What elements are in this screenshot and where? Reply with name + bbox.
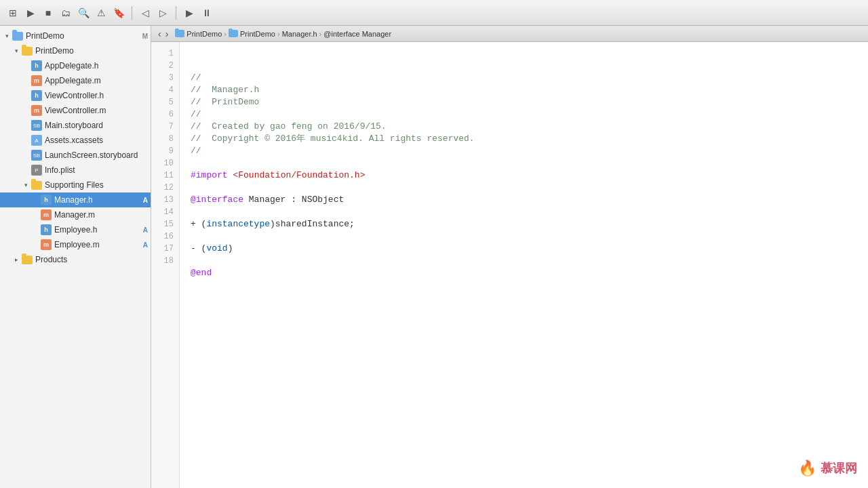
sidebar-label-printdemo-root: PrintDemo xyxy=(26,31,142,41)
code-content[interactable]: //// Manager.h// PrintDemo//// Created b… xyxy=(180,42,868,488)
sidebar-item-printdemo-group[interactable]: PrintDemo xyxy=(0,43,151,58)
line-number-5: 5 xyxy=(151,96,174,108)
folder-icon-supporting-files xyxy=(31,181,42,190)
code-line-2: // Manager.h xyxy=(191,84,857,96)
line-number-7: 7 xyxy=(151,121,174,133)
sidebar-item-products[interactable]: Products xyxy=(0,252,151,267)
code-line-9: #import <Foundation/Foundation.h> xyxy=(191,169,857,182)
sidebar-item-main-storyboard[interactable]: SBMain.storyboard xyxy=(0,118,151,133)
code-line-10 xyxy=(191,182,857,194)
code-line-1: // xyxy=(191,72,857,84)
tree-arrow-info-plist[interactable] xyxy=(22,166,30,174)
breadcrumb-item-manager-h[interactable]: Manager.h xyxy=(282,30,317,38)
watermark: 🔥 慕课网 xyxy=(798,460,857,477)
sidebar-label-info-plist: Info.plist xyxy=(45,165,148,175)
line-number-18: 18 xyxy=(151,255,174,267)
tree-arrow-manager-m[interactable] xyxy=(31,211,39,219)
breadcrumb-item-printdemo-group[interactable]: PrintDemo xyxy=(229,30,275,38)
line-number-17: 17 xyxy=(151,243,174,255)
sidebar-item-assets-xcassets[interactable]: AAssets.xcassets xyxy=(0,133,151,148)
tree-arrow-main-storyboard[interactable] xyxy=(22,121,30,129)
toolbar-icon-stop[interactable]: ■ xyxy=(41,5,56,20)
toolbar-icon-bookmark[interactable]: 🔖 xyxy=(111,5,126,20)
tree-arrow-printdemo-group[interactable] xyxy=(12,47,20,55)
code-container: 123456789101112131415161718 //// Manager… xyxy=(151,42,868,488)
breadcrumb-folder-icon-2 xyxy=(229,30,238,37)
tree-arrow-viewcontroller-m[interactable] xyxy=(22,106,30,115)
folder-icon-products xyxy=(22,256,33,264)
tree-arrow-manager-h[interactable] xyxy=(31,196,39,204)
line-number-14: 14 xyxy=(151,206,174,218)
breadcrumb-sep-2: › xyxy=(277,30,280,38)
sidebar-label-launchscreen-storyboard: LaunchScreen.storyboard xyxy=(45,150,148,160)
tree-arrow-viewcontroller-h[interactable] xyxy=(22,92,30,100)
breadcrumb-back-button[interactable]: ‹ xyxy=(157,28,163,39)
tree-arrow-employee-h[interactable] xyxy=(31,226,39,234)
tree-arrow-appdelegate-h[interactable] xyxy=(22,62,30,70)
line-number-9: 9 xyxy=(151,145,174,157)
sidebar-label-products: Products xyxy=(35,255,148,264)
toolbar-icon-run[interactable]: ▶ xyxy=(23,5,38,20)
file-icon-manager-h: h xyxy=(41,195,52,205)
code-line-18 xyxy=(191,279,857,291)
line-number-3: 3 xyxy=(151,72,174,84)
toolbar-icon-grid[interactable]: ⊞ xyxy=(5,5,20,20)
sidebar-item-viewcontroller-h[interactable]: hViewController.h xyxy=(0,88,151,103)
tree-arrow-appdelegate-m[interactable] xyxy=(22,77,30,85)
sidebar-item-launchscreen-storyboard[interactable]: SBLaunchScreen.storyboard xyxy=(0,148,151,163)
tree-arrow-supporting-files[interactable] xyxy=(22,181,30,189)
file-icon-employee-h: h xyxy=(41,224,52,235)
breadcrumb-folder-icon xyxy=(175,30,184,37)
sidebar-item-printdemo-root[interactable]: PrintDemoM xyxy=(0,28,151,43)
badge-employee-h: A xyxy=(143,226,148,234)
sidebar-item-viewcontroller-m[interactable]: mViewController.m xyxy=(0,103,151,118)
tree-arrow-assets-xcassets[interactable] xyxy=(22,136,30,144)
sidebar-item-supporting-files[interactable]: Supporting Files xyxy=(0,178,151,192)
file-icon-manager-m: m xyxy=(41,209,52,220)
tree-arrow-printdemo-root[interactable] xyxy=(3,32,11,40)
sidebar-item-manager-m[interactable]: mManager.m xyxy=(0,207,151,222)
sidebar-label-manager-h: Manager.h xyxy=(54,195,143,205)
line-number-12: 12 xyxy=(151,182,174,194)
tree-arrow-products[interactable] xyxy=(12,256,20,264)
sidebar-label-employee-h: Employee.h xyxy=(54,225,143,235)
tree-arrow-launchscreen-storyboard[interactable] xyxy=(22,151,30,159)
tree-arrow-employee-m[interactable] xyxy=(31,241,39,249)
toolbar-icon-back[interactable]: ◁ xyxy=(138,5,153,20)
sidebar-item-appdelegate-m[interactable]: mAppDelegate.m xyxy=(0,73,151,88)
breadcrumb-forward-button[interactable]: › xyxy=(164,28,170,39)
toolbar-icon-forward[interactable]: ▷ xyxy=(155,5,170,20)
file-icon-main-storyboard: SB xyxy=(31,120,42,131)
line-number-16: 16 xyxy=(151,230,174,243)
breadcrumb-item-printdemo-root[interactable]: PrintDemo xyxy=(175,30,222,38)
code-line-17: @end xyxy=(191,267,857,279)
sidebar-item-employee-h[interactable]: hEmployee.hA xyxy=(0,222,151,237)
toolbar-sep-2 xyxy=(176,6,176,20)
sidebar-label-printdemo-group: PrintDemo xyxy=(35,46,148,56)
watermark-text: 慕课网 xyxy=(821,460,857,476)
toolbar-icon-play[interactable]: ▶ xyxy=(182,5,197,20)
sidebar-item-employee-m[interactable]: mEmployee.mA xyxy=(0,237,151,252)
sidebar-label-viewcontroller-h: ViewController.h xyxy=(45,91,148,100)
editor-area[interactable]: 123456789101112131415161718 //// Manager… xyxy=(151,42,868,488)
sidebar-label-appdelegate-m: AppDelegate.m xyxy=(45,76,148,85)
toolbar-icon-search[interactable]: 🔍 xyxy=(76,5,91,20)
line-number-11: 11 xyxy=(151,169,174,182)
file-icon-assets-xcassets: A xyxy=(31,135,42,146)
breadcrumb-item-interface-manager[interactable]: @interface Manager xyxy=(323,30,391,38)
sidebar-item-appdelegate-h[interactable]: hAppDelegate.h xyxy=(0,58,151,73)
sidebar-item-manager-h[interactable]: hManager.hA xyxy=(0,192,151,207)
code-line-16 xyxy=(191,255,857,267)
toolbar-sep-1 xyxy=(132,6,132,20)
line-number-4: 4 xyxy=(151,84,174,96)
code-line-12 xyxy=(191,206,857,218)
sidebar-label-assets-xcassets: Assets.xcassets xyxy=(45,136,148,145)
code-line-5: // Created by gao feng on 2016/9/15. xyxy=(191,121,857,133)
file-icon-launchscreen-storyboard: SB xyxy=(31,150,42,161)
toolbar-icon-debug[interactable]: ⏸ xyxy=(199,5,214,20)
file-icon-viewcontroller-h: h xyxy=(31,90,42,101)
toolbar-icon-folder[interactable]: 🗂 xyxy=(58,5,73,20)
line-number-1: 1 xyxy=(151,47,174,60)
sidebar-item-info-plist[interactable]: PInfo.plist xyxy=(0,163,151,178)
toolbar-icon-warning[interactable]: ⚠ xyxy=(94,5,108,20)
